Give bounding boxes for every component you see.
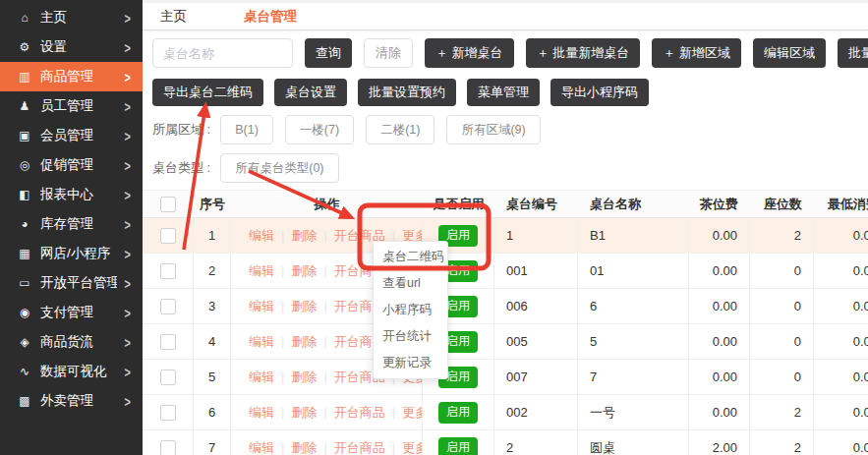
query-button[interactable]: 查询 [305, 38, 352, 68]
sidebar-item[interactable]: ⚙ 设置 > [0, 32, 143, 62]
chevron-right-icon: > [125, 246, 131, 262]
chevron-right-icon: > [125, 98, 131, 115]
edit-link[interactable]: 编辑 [249, 227, 274, 245]
more-link[interactable]: 更多∨ [402, 404, 423, 422]
batch-delete-button[interactable]: 批量删除 [838, 38, 868, 68]
sidebar-item[interactable]: ▭ 开放平台管理 > [0, 268, 143, 298]
delete-link[interactable]: 删除 [291, 404, 317, 422]
clear-button[interactable]: 清除 [364, 38, 413, 68]
cell-tea-fee: 0.00 [689, 254, 750, 288]
dropdown-item[interactable]: 开台统计 [374, 323, 447, 350]
sidebar-item[interactable]: ∿ 数据可视化 > [0, 357, 143, 386]
delete-link[interactable]: 删除 [291, 227, 317, 245]
sidebar-item-label: 商品管理 [40, 68, 117, 85]
main-content: 主页桌台管理 查询 清除 ＋ 新增桌台 ＋ 批量新增桌台 ＋ 新增区域 编辑区域… [143, 0, 868, 455]
type-filter-chip[interactable]: 所有桌台类型(0) [220, 153, 338, 183]
edit-link[interactable]: 编辑 [249, 439, 274, 455]
area-filter-chip[interactable]: 二楼(1) [366, 115, 434, 144]
cell-table-no: 2 [494, 430, 578, 455]
area-filter-chip[interactable]: 一楼(7) [285, 115, 354, 144]
chevron-right-icon: > [125, 364, 131, 380]
delete-link[interactable]: 删除 [291, 298, 317, 315]
sidebar-item-label: 员工管理 [40, 97, 117, 115]
delete-link[interactable]: 删除 [291, 369, 317, 386]
cell-tea-fee: 0.00 [689, 360, 750, 394]
dropdown-item[interactable]: 小程序码 [374, 297, 447, 323]
area-filter-chip[interactable]: 所有区域(9) [446, 115, 540, 144]
sidebar-item[interactable]: ▥ 商品管理 > [0, 62, 143, 91]
menu-manage-button[interactable]: 菜单管理 [467, 79, 540, 106]
cell-index: 4 [194, 324, 231, 359]
sidebar-item[interactable]: ▣ 会员管理 > [0, 121, 143, 150]
dropdown-item[interactable]: 桌台二维码 [374, 244, 447, 270]
edit-area-button[interactable]: 编辑区域 [753, 38, 826, 68]
sidebar-item-label: 数据可视化 [40, 363, 117, 380]
sidebar-item[interactable]: ⌂ 主页 > [0, 3, 143, 32]
add-table-button[interactable]: ＋ 新增桌台 [425, 38, 514, 68]
edit-link[interactable]: 编辑 [249, 298, 274, 315]
chevron-right-icon: > [125, 216, 131, 233]
row-checkbox[interactable] [160, 299, 176, 314]
edit-link[interactable]: 编辑 [249, 404, 274, 422]
delete-link[interactable]: 删除 [291, 262, 317, 280]
toolbar-primary: 查询 清除 ＋ 新增桌台 ＋ 批量新增桌台 ＋ 新增区域 编辑区域 批量删除 [152, 38, 868, 68]
cell-actions: 编辑| 删除| 开台商品| 更多∨ [231, 395, 423, 429]
sidebar-item[interactable]: ◎ 促销管理 > [0, 150, 143, 180]
sidebar-item[interactable]: ▩ 外卖管理 > [0, 386, 143, 416]
row-checkbox[interactable] [160, 263, 176, 279]
row-checkbox[interactable] [160, 370, 176, 385]
table-row: 5 编辑| 删除| 开台商品| 更多∨ 启用 007 7 0.00 0 0.00 [143, 360, 868, 395]
chevron-right-icon: > [125, 69, 131, 85]
export-table-qrcode-button[interactable]: 导出桌台二维码 [152, 79, 263, 106]
cell-index: 2 [194, 254, 231, 288]
sidebar-item-label: 商品货流 [40, 333, 117, 351]
row-checkbox[interactable] [160, 228, 176, 244]
sidebar-item[interactable]: ◧ 报表中心 > [0, 180, 143, 209]
sidebar-item-label: 报表中心 [40, 186, 117, 203]
edit-link[interactable]: 编辑 [249, 369, 274, 386]
enable-button[interactable]: 启用 [438, 402, 478, 424]
select-all-checkbox[interactable] [160, 197, 176, 212]
table-row: 4 编辑| 删除| 开台商品| 更多∨ 启用 005 5 0.00 0 0.00 [143, 324, 868, 360]
row-checkbox[interactable] [160, 405, 176, 421]
chevron-right-icon: > [125, 187, 131, 203]
row-checkbox[interactable] [160, 334, 176, 350]
sidebar-item[interactable]: ◈ 商品货流 > [0, 327, 143, 357]
tables-table: 序号 操作 是否启用 桌台编号 桌台名称 茶位费 座位数 最低消费 1 编辑| … [143, 190, 868, 455]
sidebar-item[interactable]: ◉ 支付管理 > [0, 298, 143, 327]
delete-link[interactable]: 删除 [291, 333, 317, 351]
visualization-icon: ∿ [17, 365, 32, 378]
cell-index: 1 [194, 218, 231, 253]
cell-table-no: 001 [494, 254, 578, 288]
row-checkbox[interactable] [160, 440, 176, 455]
open-products-link[interactable]: 开台商品 [334, 439, 385, 455]
area-filter-label: 所属区域 : [152, 121, 210, 139]
sidebar-item[interactable]: ♟ 员工管理 > [0, 91, 143, 121]
sidebar-item-label: 外卖管理 [40, 392, 117, 410]
export-mini-program-button[interactable]: 导出小程序码 [550, 79, 649, 106]
cell-tea-fee: 0.00 [689, 395, 750, 429]
cell-seats: 2 [750, 430, 814, 455]
tab[interactable]: 桌台管理 [244, 8, 297, 26]
add-area-button[interactable]: ＋ 新增区域 [652, 38, 741, 68]
member-card-icon: ▣ [17, 129, 32, 142]
table-settings-button[interactable]: 桌台设置 [274, 79, 347, 106]
cell-actions: 编辑| 删除| 开台商品| 更多∨ [231, 430, 423, 455]
open-products-link[interactable]: 开台商品 [334, 404, 385, 422]
sidebar-item[interactable]: ▦ 网店/小程序 > [0, 239, 143, 268]
area-filter-chip[interactable]: B(1) [220, 115, 273, 144]
enable-button[interactable]: 启用 [438, 437, 478, 455]
edit-link[interactable]: 编辑 [249, 262, 274, 280]
edit-link[interactable]: 编辑 [249, 333, 274, 351]
batch-add-table-button[interactable]: ＋ 批量新增桌台 [526, 38, 641, 68]
batch-reservation-button[interactable]: 批量设置预约 [358, 79, 456, 106]
tab[interactable]: 主页 [160, 8, 187, 26]
more-link[interactable]: 更多∨ [402, 439, 423, 455]
header-seats: 座位数 [750, 191, 814, 217]
area-filter-row: 所属区域 : B(1)一楼(7)二楼(1)所有区域(9) [152, 115, 868, 144]
dropdown-item[interactable]: 更新记录 [374, 350, 447, 376]
search-input[interactable] [152, 38, 293, 68]
delete-link[interactable]: 删除 [291, 439, 317, 455]
dropdown-item[interactable]: 查看url [374, 270, 447, 297]
sidebar-item[interactable]: ◕ 库存管理 > [0, 209, 143, 239]
